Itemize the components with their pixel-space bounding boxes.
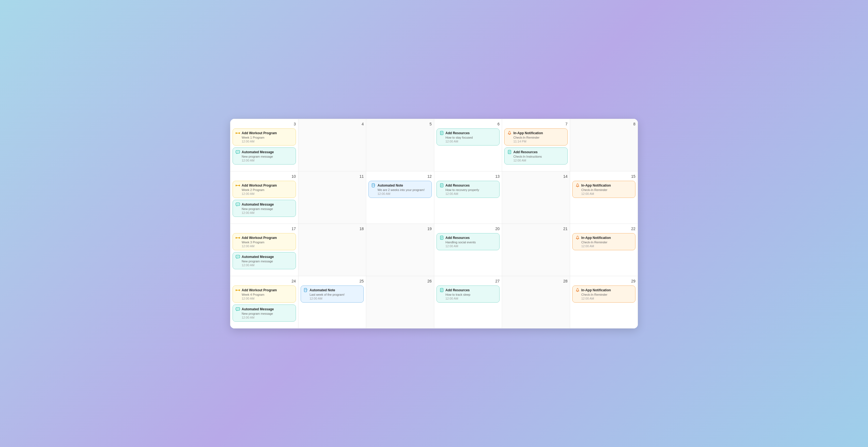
event-card-17-0[interactable]: Add Workout ProgramWeek 3 Program12:00 A… [232,233,296,250]
resource-icon [439,236,444,240]
event-title: Automated Message [242,203,274,206]
svg-point-25 [238,204,239,205]
day-number-5: 5 [368,122,432,126]
day-number-22: 22 [572,227,636,231]
event-subtitle: Week 3 Program [242,241,293,244]
resource-icon [439,183,444,188]
event-title: In-App Notification [582,183,611,187]
event-card-3-0[interactable]: Add Workout ProgramWeek 1 Program12:00 A… [232,128,296,146]
svg-point-39 [237,256,237,257]
day-cell-28: 28 [502,276,570,328]
svg-rect-36 [237,237,237,238]
event-time: 12:00 AM [310,297,361,300]
day-number-8: 8 [572,122,636,126]
day-cell-13: 13 Add ResourcesHow to recovery properly… [434,171,502,224]
day-cell-6: 6 Add ResourcesHow to stay focused12:00 … [434,119,502,171]
event-subtitle: Week 2 Program [242,188,293,191]
event-time: 12:00 AM [242,297,293,300]
dumbbell-icon [236,288,240,292]
day-cell-11: 11 [299,171,367,224]
event-card-12-0[interactable]: Automated NoteWe are 2 weeks into your p… [368,181,432,198]
event-card-7-1[interactable]: Add ResourcesCheck-In Instructions12:00 … [504,147,568,165]
event-time: 11:14 PM [514,140,565,143]
event-card-7-0[interactable]: In-App NotificationCheck-In Reminder11:1… [504,128,568,146]
event-card-10-0[interactable]: Add Workout ProgramWeek 2 Program12:00 A… [232,181,296,198]
event-title: In-App Notification [582,288,611,292]
event-title: Automated Message [242,307,274,311]
event-subtitle: Week 1 Program [242,136,293,139]
event-time: 12:00 AM [445,244,497,248]
event-card-20-0[interactable]: Add ResourcesHandling social events12:00… [436,233,500,250]
event-card-24-1[interactable]: Automated MessageNew program message12:0… [232,304,296,322]
note-icon [371,183,376,188]
event-time: 12:00 AM [242,140,293,143]
svg-point-54 [238,309,239,309]
svg-point-52 [237,309,237,309]
day-cell-5: 5 [366,119,434,171]
event-card-25-0[interactable]: Automated NoteLast week of the program!1… [301,286,364,303]
bell-icon [576,183,580,188]
event-card-22-0[interactable]: In-App NotificationCheck-In Reminder12:0… [572,233,636,250]
event-subtitle: New program message [242,260,293,263]
event-card-6-0[interactable]: Add ResourcesHow to stay focused12:00 AM [436,128,500,146]
svg-rect-3 [237,132,237,133]
day-number-19: 19 [368,227,432,231]
event-subtitle: Check-In Reminder [582,241,633,244]
event-subtitle: Week 4 Program [242,293,293,296]
day-cell-15: 15 In-App NotificationCheck-In Reminder1… [570,171,638,224]
day-cell-22: 22 In-App NotificationCheck-In Reminder1… [570,224,638,276]
event-subtitle: New program message [242,155,293,158]
day-number-26: 26 [368,279,432,283]
day-cell-8: 8 [570,119,638,171]
event-title: Add Workout Program [242,183,277,187]
note-icon [304,288,308,292]
event-card-24-0[interactable]: Add Workout ProgramWeek 4 Program12:00 A… [232,286,296,303]
chat-icon [236,255,240,259]
svg-rect-2 [239,132,240,134]
svg-point-23 [237,204,237,205]
chat-icon [236,150,240,154]
event-title: Automated Note [310,288,335,292]
svg-rect-1 [236,132,237,134]
event-card-29-0[interactable]: In-App NotificationCheck-In Reminder12:0… [572,286,636,303]
event-title: Add Resources [445,236,470,240]
event-title: In-App Notification [582,236,611,240]
event-subtitle: We are 2 weeks into your program! [377,188,429,191]
event-card-27-0[interactable]: Add ResourcesHow to track sleep12:00 AM [436,286,500,303]
event-title: Add Workout Program [242,288,277,292]
event-subtitle: Check-In Instructions [514,155,565,158]
event-card-17-1[interactable]: Automated MessageNew program message12:0… [232,252,296,269]
day-cell-25: 25 Automated NoteLast week of the progra… [299,276,367,328]
event-subtitle: How to track sleep [445,293,497,296]
day-number-12: 12 [368,174,432,179]
day-number-3: 3 [232,122,296,126]
resource-icon [507,150,512,154]
event-card-10-1[interactable]: Automated MessageNew program message12:0… [232,200,296,217]
event-time: 12:00 AM [445,297,497,300]
day-cell-20: 20 Add ResourcesHandling social events12… [434,224,502,276]
svg-point-8 [238,152,239,152]
day-cell-29: 29 In-App NotificationCheck-In Reminder1… [570,276,638,328]
day-number-14: 14 [504,174,568,179]
event-card-3-1[interactable]: Automated MessageNew program message12:0… [232,147,296,165]
event-title: Add Workout Program [242,131,277,135]
event-time: 12:00 AM [242,244,293,248]
event-subtitle: Check-In Reminder [514,136,565,139]
calendar-container: 3 Add Workout ProgramWeek 1 Program12:00… [230,119,638,328]
day-cell-24: 24 Add Workout ProgramWeek 4 Program12:0… [230,276,299,328]
chat-icon [236,202,240,207]
svg-point-7 [238,152,238,152]
day-cell-19: 19 [366,224,434,276]
day-number-24: 24 [232,279,296,283]
dumbbell-icon [236,236,240,240]
bell-icon [507,131,512,135]
svg-point-24 [238,204,238,205]
event-card-13-0[interactable]: Add ResourcesHow to recovery properly12:… [436,181,500,198]
dumbbell-icon [236,183,240,188]
svg-rect-19 [239,185,240,186]
bell-icon [576,236,580,240]
svg-rect-34 [236,237,237,239]
event-card-15-0[interactable]: In-App NotificationCheck-In Reminder12:0… [572,181,636,198]
day-number-13: 13 [436,174,500,179]
day-cell-21: 21 [502,224,570,276]
